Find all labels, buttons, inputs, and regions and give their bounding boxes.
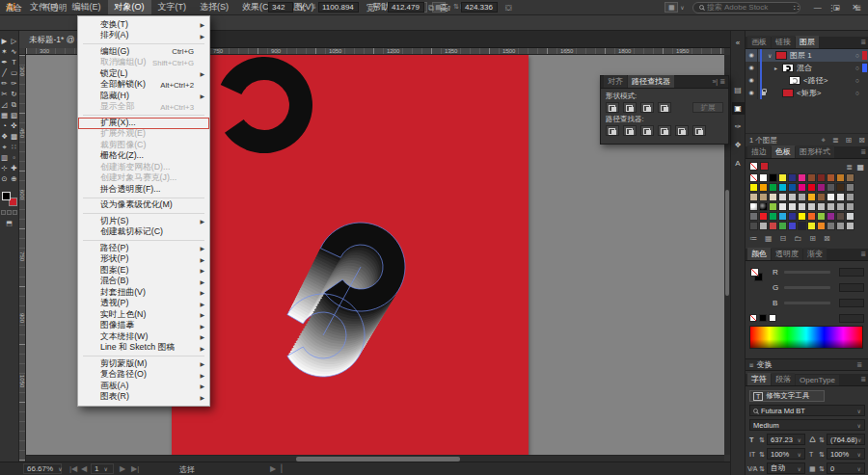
object-menu-item-29[interactable]: 实时上色(N)▶ xyxy=(78,309,209,321)
horizontal-scrollbar[interactable] xyxy=(26,455,724,462)
outline-button[interactable] xyxy=(675,125,689,136)
swatch-4-5[interactable] xyxy=(798,212,806,221)
symbols-panel-icon[interactable]: ❖ xyxy=(732,139,745,151)
swatch-0-3[interactable] xyxy=(778,173,787,182)
link-dimensions-icon[interactable]: ⧉ xyxy=(428,3,434,13)
screen-mode-button[interactable]: ⬒ xyxy=(0,220,18,227)
visibility-eye-icon[interactable]: ◉ xyxy=(746,74,758,87)
color-menu-icon[interactable]: ≣ xyxy=(860,249,866,260)
rectangle-tool[interactable]: ▭ xyxy=(10,67,19,78)
object-menu-item-12[interactable]: 裁剪图像(C) xyxy=(78,140,209,151)
swatch-1-0[interactable] xyxy=(749,183,758,192)
font-family-field[interactable]: Futura Md BT ∨ xyxy=(749,405,865,416)
character-menu-icon[interactable]: ≣ xyxy=(860,374,866,385)
current-stroke-swatch[interactable] xyxy=(760,162,769,171)
swatch-5-6[interactable] xyxy=(807,222,816,230)
scale-tool[interactable]: ◿ xyxy=(0,99,10,110)
color-fill-proxy[interactable] xyxy=(750,268,759,277)
object-menu-item-20[interactable]: 切片(S)▶ xyxy=(78,216,209,227)
prev-artboard-icon[interactable]: ◀ xyxy=(81,464,87,473)
transform-icon[interactable]: ⛋ xyxy=(505,3,511,13)
vertical-scale-field[interactable]: 100%∨ xyxy=(767,448,805,460)
swatch-1-3[interactable] xyxy=(778,183,787,192)
swatch-3-10[interactable] xyxy=(846,202,854,211)
object-menu-item-15[interactable]: 创建对象马赛克(J)... xyxy=(78,173,209,185)
stock-search[interactable] xyxy=(692,2,800,13)
artboard-navigation-select[interactable]: 1 ∨ xyxy=(91,463,114,474)
object-menu-item-35[interactable]: 复合路径(O)▶ xyxy=(78,370,209,382)
paintbrush-tool[interactable]: ✑ xyxy=(10,78,19,89)
last-artboard-icon[interactable]: ▶| xyxy=(131,464,139,473)
swatch-1-6[interactable] xyxy=(807,183,816,192)
swatch-5-0[interactable] xyxy=(749,222,758,230)
object-menu-item-27[interactable]: 封套扭曲(V)▶ xyxy=(78,287,209,299)
character-tab-1[interactable]: 字符 xyxy=(747,373,771,385)
swatch-4-2[interactable] xyxy=(769,212,777,221)
object-menu-item-21[interactable]: 创建裁切标记(C) xyxy=(78,227,209,239)
pen-tool[interactable]: ✒ xyxy=(0,57,10,67)
menubar-item-5[interactable]: 选择(S) xyxy=(193,0,235,14)
swatch-4-0[interactable] xyxy=(749,212,758,221)
fill-stroke-indicator[interactable] xyxy=(2,192,17,206)
curvature-tool[interactable]: ⊕ xyxy=(10,173,19,184)
slice-tool[interactable]: ▫ xyxy=(10,152,19,163)
swatch-3-8[interactable] xyxy=(827,202,835,211)
font-family-caret-icon[interactable]: ∨ xyxy=(857,408,861,414)
blend-tool[interactable]: ⌖ xyxy=(0,142,10,152)
expand-arrow-icon[interactable]: ▸ xyxy=(774,65,782,71)
perspective-grid-tool[interactable]: ❖ xyxy=(0,131,10,142)
brushes-panel-icon[interactable]: ✑ xyxy=(732,120,745,133)
menubar-item-2[interactable]: 编辑(E) xyxy=(66,0,108,14)
swatch-1-1[interactable] xyxy=(759,183,768,192)
object-menu-item-14[interactable]: 创建渐变网格(D)... xyxy=(78,162,209,173)
pathfinder-panel-icon[interactable]: ▣ xyxy=(732,102,745,115)
swatch-3-3[interactable] xyxy=(778,202,787,211)
leading-field[interactable]: (764.68)∨ xyxy=(827,434,865,445)
font-style-caret-icon[interactable]: ∨ xyxy=(857,422,861,429)
object-menu-item-7[interactable]: 隐藏(H)▶ xyxy=(78,91,209,102)
live-paint-tool[interactable]: ✜ xyxy=(10,120,19,131)
hand-tool[interactable]: ✚ xyxy=(10,163,19,173)
new-swatch-icon[interactable]: ⊞ xyxy=(809,234,816,243)
locate-object-icon[interactable]: ⌖ xyxy=(821,136,826,145)
object-menu-item-24[interactable]: 形状(P)▶ xyxy=(78,254,209,266)
menubar-item-4[interactable]: 文字(T) xyxy=(151,0,194,14)
exclude-button[interactable] xyxy=(658,102,671,113)
menubar-item-3[interactable]: 对象(O) xyxy=(108,0,151,14)
object-menu-item-8[interactable]: 显示全部Alt+Ctrl+3 xyxy=(78,102,209,114)
rotate-tool[interactable]: ↻ xyxy=(10,89,19,99)
swatch-2-7[interactable] xyxy=(817,193,826,201)
layers-tab-3[interactable]: 图层 xyxy=(796,36,819,48)
swatches-tab-1[interactable]: 描边 xyxy=(747,145,771,158)
draw-normal-button[interactable] xyxy=(1,210,6,215)
swatch-2-5[interactable] xyxy=(798,193,806,201)
object-menu-item-30[interactable]: 图像描摹▶ xyxy=(78,321,209,332)
expand-button[interactable]: 扩展 xyxy=(692,102,723,113)
target-circle-icon[interactable]: ○ xyxy=(855,52,859,59)
swatch-5-8[interactable] xyxy=(827,222,835,230)
object-menu-item-25[interactable]: 图案(E)▶ xyxy=(78,265,209,277)
free-transform-tool[interactable]: ⧉ xyxy=(10,99,19,110)
swatch-1-4[interactable] xyxy=(788,183,797,192)
shape-builder-tool[interactable]: ◔ xyxy=(0,120,10,131)
layers-tab-2[interactable]: 链接 xyxy=(772,36,795,48)
swatch-5-3[interactable] xyxy=(778,222,787,230)
scissors-tool[interactable]: ✂ xyxy=(0,89,10,99)
expand-dock-icon[interactable]: « xyxy=(732,37,745,49)
object-menu-item-23[interactable]: 路径(P)▶ xyxy=(78,243,209,254)
zoom-level-select[interactable]: 66.67% ∨ xyxy=(23,463,62,474)
search-input[interactable] xyxy=(707,3,790,12)
object-menu-item-0[interactable]: 变换(T)▶ xyxy=(78,19,209,31)
swatch-5-5[interactable] xyxy=(798,222,806,230)
object-menu-item-11[interactable]: 扩展外观(E) xyxy=(78,129,209,141)
swatch-4-10[interactable] xyxy=(846,212,854,221)
minimize-button[interactable]: — xyxy=(808,3,827,12)
channel-value-R[interactable] xyxy=(839,268,864,277)
swatches-tab-3[interactable]: 图形样式 xyxy=(796,145,834,158)
swatch-0-4[interactable] xyxy=(788,173,797,182)
arrange-documents-icon[interactable]: ∷ xyxy=(794,3,799,13)
swatch-0-10[interactable] xyxy=(846,173,854,182)
pathfinder-tab-1[interactable]: 对齐 xyxy=(604,75,627,88)
line-segment-tool[interactable]: ╱ xyxy=(0,67,10,78)
black-swatch[interactable] xyxy=(759,314,767,322)
